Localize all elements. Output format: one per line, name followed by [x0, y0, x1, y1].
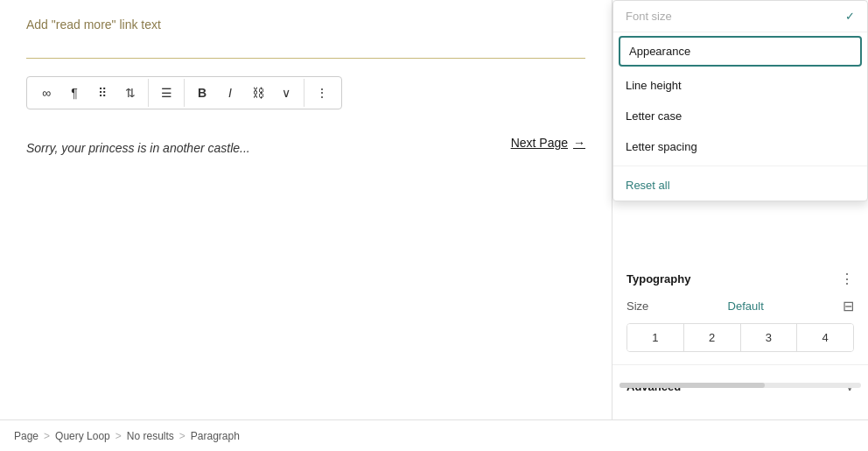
toolbar-italic-btn[interactable]: I [216, 79, 244, 107]
separator [26, 58, 585, 59]
typography-panel-menu-icon[interactable]: ⋮ [840, 271, 854, 287]
breadcrumb-sep-3: > [179, 430, 186, 442]
typography-size-controls: ⊟ [843, 298, 854, 314]
toolbar-group-options: ⋮ [304, 79, 340, 107]
breadcrumb-sep-1: > [44, 430, 50, 442]
breadcrumb-page[interactable]: Page [14, 430, 38, 442]
read-more-label: Add "read more" link text [26, 18, 585, 32]
toolbar-align-btn[interactable]: ☰ [152, 79, 180, 107]
toolbar-group-format: B I ⛓ ∨ [185, 79, 304, 107]
dropdown-reset-btn[interactable]: Reset all [613, 170, 867, 201]
typography-step-4[interactable]: 4 [797, 324, 853, 351]
typography-size-steps: 1 2 3 4 [626, 323, 854, 352]
breadcrumb: Page > Query Loop > No results > Paragra… [0, 419, 868, 451]
dropdown-header: Font size ✓ [613, 1, 867, 32]
toolbar-group-link: ∞ ¶ ⠿ ⇅ [29, 79, 149, 107]
scrollbar-thumb [620, 383, 765, 388]
editor-area: Add "read more" link text ∞ ¶ ⠿ ⇅ ☰ B I [0, 0, 612, 419]
typography-size-label: Size [626, 299, 648, 313]
next-page-label: Next Page [511, 136, 568, 150]
toolbar-options-btn[interactable]: ⋮ [308, 79, 336, 107]
typography-slider-icon[interactable]: ⊟ [843, 298, 854, 314]
toolbar-bold-btn[interactable]: B [188, 79, 216, 107]
breadcrumb-no-results[interactable]: No results [127, 430, 174, 442]
toolbar-group-align: ☰ [149, 79, 185, 107]
next-page-button[interactable]: Next Page → [511, 136, 585, 150]
scrollbar-track[interactable] [620, 383, 861, 388]
dropdown-check-icon: ✓ [845, 10, 855, 23]
sidebar: Font size ✓ Appearance Line height Lette… [612, 0, 868, 419]
toolbar: ∞ ¶ ⠿ ⇅ ☰ B I ⛓ ∨ ⋮ [26, 76, 342, 109]
next-page-arrow: → [573, 136, 585, 150]
breadcrumb-query-loop[interactable]: Query Loop [55, 430, 110, 442]
dropdown-item-appearance[interactable]: Appearance [619, 36, 862, 67]
editor-content: Sorry, your princess is in another castl… [26, 141, 585, 155]
typography-panel-body: Typography ⋮ Size Default ⊟ 1 2 3 4 [612, 258, 868, 365]
dropdown-item-letter-spacing[interactable]: Letter spacing [613, 131, 867, 162]
breadcrumb-sep-2: > [116, 430, 122, 442]
typography-step-1[interactable]: 1 [627, 324, 684, 351]
typography-panel-title: Typography [626, 272, 690, 285]
toolbar-paragraph-btn[interactable]: ¶ [60, 79, 88, 107]
typography-step-3[interactable]: 3 [741, 324, 798, 351]
toolbar-link-btn[interactable]: ∞ [32, 79, 60, 107]
typography-size-row: Size Default ⊟ [626, 298, 854, 314]
toolbar-drag-btn[interactable]: ⠿ [88, 79, 116, 107]
dropdown-item-letter-case[interactable]: Letter case [613, 101, 867, 131]
dropdown-font-size-label: Font size [626, 10, 672, 23]
dropdown-divider [613, 166, 867, 166]
typography-options-dropdown: Font size ✓ Appearance Line height Lette… [612, 0, 868, 201]
breadcrumb-paragraph[interactable]: Paragraph [191, 430, 240, 442]
toolbar-link2-btn[interactable]: ⛓ [244, 79, 272, 107]
typography-size-value: Default [728, 299, 764, 313]
dropdown-item-line-height[interactable]: Line height [613, 70, 867, 101]
typography-panel-header: Typography ⋮ [626, 271, 854, 287]
typography-step-2[interactable]: 2 [684, 324, 741, 351]
toolbar-move-btn[interactable]: ⇅ [116, 79, 144, 107]
toolbar-more-arrow-btn[interactable]: ∨ [272, 79, 300, 107]
